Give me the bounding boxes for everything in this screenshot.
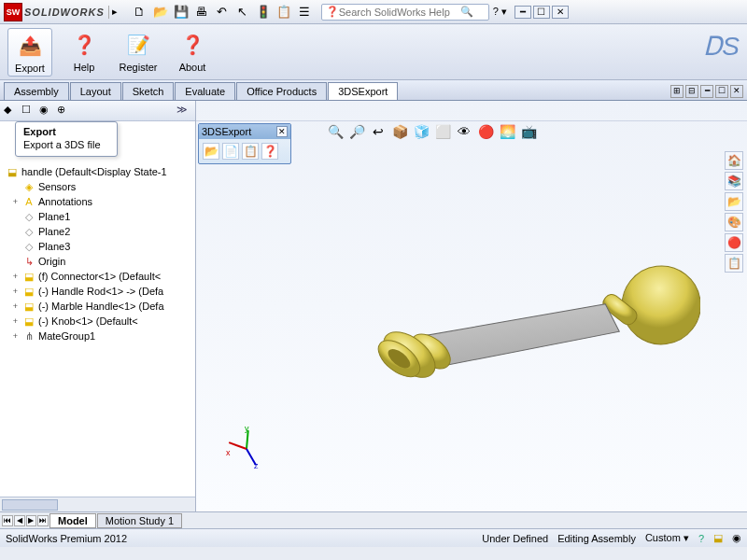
doc-minimize-icon[interactable]: ━ [700, 85, 713, 98]
tab-evaluate[interactable]: Evaluate [175, 82, 235, 100]
open-icon[interactable]: 📂 [153, 5, 168, 20]
tab-first-icon[interactable]: ⏮ [2, 515, 13, 526]
tab-sketch[interactable]: Sketch [122, 82, 175, 100]
taskpane-properties-icon[interactable]: 📋 [725, 254, 743, 273]
viewport-window-controls [196, 101, 747, 121]
float-register-icon[interactable]: 📋 [242, 143, 259, 160]
status-rebuild-icon[interactable]: ⬓ [713, 532, 723, 544]
view-settings-icon[interactable]: 📺 [520, 123, 537, 140]
app-menu-dropdown[interactable]: ▸ [108, 6, 121, 19]
expand-icon[interactable]: + [11, 331, 20, 341]
previous-view-icon[interactable]: ↩ [370, 123, 387, 140]
help-dropdown[interactable]: ? ▾ [493, 6, 507, 18]
float-close-button[interactable]: ✕ [276, 126, 288, 137]
export-button[interactable]: 📤 Export [7, 28, 52, 77]
doc-restore-icon[interactable]: ☐ [715, 85, 728, 98]
search-icon[interactable]: 🔍 [460, 6, 473, 18]
save-icon[interactable]: 💾 [174, 5, 189, 20]
tree-item[interactable]: +⋔MateGroup1 [2, 329, 193, 343]
options-icon[interactable]: ☰ [297, 5, 312, 20]
3dsexport-floating-toolbar[interactable]: 3DSExport ✕ 📂 📄 📋 ❓ [198, 123, 291, 164]
minimize-button[interactable]: ━ [514, 6, 531, 19]
tab-3dsexport[interactable]: 3DSExport [328, 82, 398, 100]
doc-close-icon[interactable]: ✕ [730, 85, 743, 98]
model-tab[interactable]: Model [49, 513, 96, 528]
tree-item[interactable]: ◇Plane3 [2, 239, 193, 254]
tree-root-item[interactable]: ⬓ handle (Default<Display State-1 [2, 164, 193, 179]
tree-item[interactable]: ↳Origin [2, 254, 193, 269]
tree-item[interactable]: +⬓(-) Handle Rod<1> -> (Defa [2, 284, 193, 299]
appearance-icon[interactable]: 🔴 [477, 123, 494, 140]
float-about-icon[interactable]: ❓ [261, 143, 278, 160]
display-style-icon[interactable]: ⬜ [434, 123, 451, 140]
doc-cascade-icon[interactable]: ⊟ [685, 85, 698, 98]
taskpane-library-icon[interactable]: 📚 [725, 172, 743, 190]
float-help-icon[interactable]: 📄 [222, 143, 239, 160]
motion-study-tab[interactable]: Motion Study 1 [97, 513, 182, 528]
tab-last-icon[interactable]: ⏭ [37, 515, 49, 526]
expand-icon[interactable]: + [11, 272, 20, 281]
tab-prev-icon[interactable]: ◀ [14, 515, 25, 526]
rebuild-icon[interactable]: 📋 [276, 5, 291, 20]
traffic-icon[interactable]: 🚦 [256, 5, 271, 20]
help-button[interactable]: ❓ Help [62, 28, 106, 75]
tab-office-products[interactable]: Office Products [236, 82, 327, 100]
status-help-icon[interactable]: ? [698, 533, 704, 544]
tree-item[interactable]: ◇Plane1 [2, 209, 193, 224]
zoom-area-icon[interactable]: 🔎 [348, 123, 365, 140]
tree-tab2-icon[interactable]: ☐ [21, 104, 36, 119]
register-button[interactable]: 📝 Register [116, 28, 161, 75]
tree-item[interactable]: ◇Plane2 [2, 224, 193, 239]
scrollbar-thumb[interactable] [2, 499, 58, 511]
register-icon: 📝 [123, 30, 153, 60]
window-controls: ━ ☐ ✕ [514, 6, 569, 19]
about-button[interactable]: ❓ About [170, 28, 215, 75]
zoom-fit-icon[interactable]: 🔍 [327, 123, 344, 140]
tab-assembly[interactable]: Assembly [4, 82, 69, 100]
status-units[interactable]: Custom ▾ [645, 532, 689, 544]
tree-filter-icon[interactable]: ◆ [4, 104, 19, 119]
doc-tile-icon[interactable]: ⊞ [670, 85, 684, 98]
tree-collapse-icon[interactable]: ≫ [176, 104, 191, 119]
graphics-viewport[interactable]: 🔍 🔎 ↩ 📦 🧊 ⬜ 👁 🔴 🌅 📺 3DSExport ✕ 📂 📄 📋 ❓ [196, 101, 747, 511]
tab-layout[interactable]: Layout [70, 82, 121, 100]
section-view-icon[interactable]: 📦 [391, 123, 408, 140]
maximize-button[interactable]: ☐ [533, 6, 550, 19]
expand-icon[interactable]: + [11, 301, 20, 311]
tree-item[interactable]: +⬓(-) Marble Handle<1> (Defa [2, 299, 193, 314]
expand-icon[interactable]: + [11, 287, 20, 296]
search-input[interactable] [339, 7, 460, 18]
tree-item[interactable]: ◈Sensors [2, 179, 193, 194]
expand-icon[interactable]: + [11, 316, 20, 326]
tree-hscrollbar[interactable] [0, 497, 195, 511]
taskpane-explorer-icon[interactable]: 📂 [725, 192, 743, 211]
export-tooltip: Export Export a 3DS file [15, 121, 118, 157]
print-icon[interactable]: 🖶 [194, 5, 209, 20]
search-box[interactable]: ❓ 🔍 [321, 4, 489, 21]
taskpane-view-icon[interactable]: 🎨 [725, 213, 743, 231]
status-stop-icon[interactable]: ◉ [732, 532, 741, 544]
orientation-triad[interactable]: y x z [230, 427, 267, 465]
close-button[interactable]: ✕ [552, 6, 569, 19]
tree-tab3-icon[interactable]: ◉ [39, 104, 54, 119]
float-titlebar[interactable]: 3DSExport ✕ [199, 124, 290, 139]
tree-item[interactable]: +⬓(-) Knob<1> (Default< [2, 314, 193, 329]
tree-item-label: Sensors [38, 181, 76, 192]
float-export-icon[interactable]: 📂 [203, 143, 219, 160]
command-manager-tabs: Assembly Layout Sketch Evaluate Office P… [0, 80, 747, 101]
select-icon[interactable]: ↖ [235, 5, 250, 20]
undo-icon[interactable]: ↶ [215, 5, 230, 20]
hide-show-icon[interactable]: 👁 [456, 123, 472, 140]
heads-up-view-toolbar: 🔍 🔎 ↩ 📦 🧊 ⬜ 👁 🔴 🌅 📺 [327, 123, 537, 140]
tree-item[interactable]: +⬓(f) Connector<1> (Default< [2, 269, 193, 284]
tree-tab4-icon[interactable]: ⊕ [57, 104, 72, 119]
new-icon[interactable]: 🗋 [133, 5, 148, 20]
scene-icon[interactable]: 🌅 [499, 123, 515, 140]
model-render [345, 166, 700, 465]
view-orientation-icon[interactable]: 🧊 [413, 123, 430, 140]
tree-item[interactable]: +AAnnotations [2, 194, 193, 209]
taskpane-appearances-icon[interactable]: 🔴 [725, 233, 743, 252]
expand-icon[interactable]: + [11, 197, 20, 206]
taskpane-resources-icon[interactable]: 🏠 [725, 151, 743, 170]
tab-next-icon[interactable]: ▶ [26, 515, 37, 526]
